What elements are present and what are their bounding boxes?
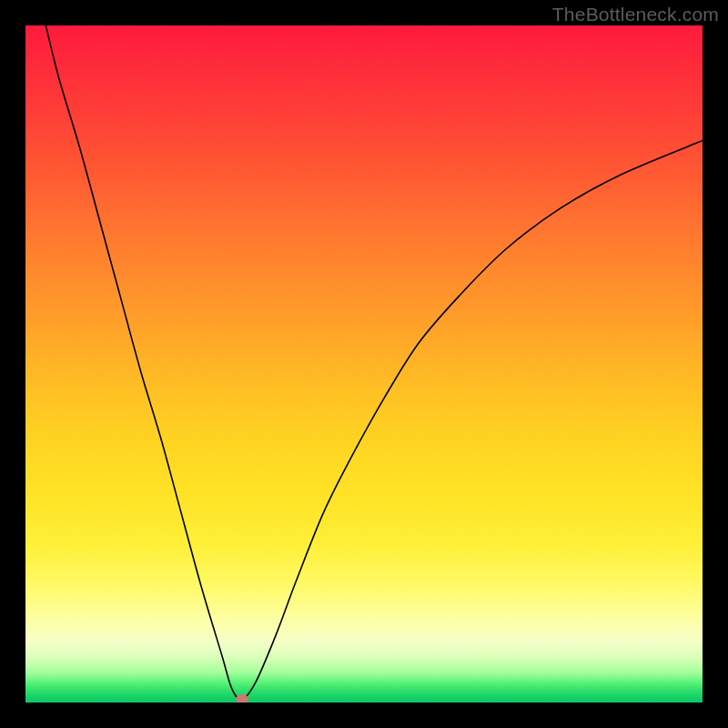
- bottleneck-curve: [46, 25, 703, 699]
- curve-svg: [25, 25, 703, 703]
- plot-area: [25, 25, 703, 703]
- chart-frame: TheBottleneck.com: [0, 0, 728, 728]
- attribution-label: TheBottleneck.com: [552, 4, 719, 25]
